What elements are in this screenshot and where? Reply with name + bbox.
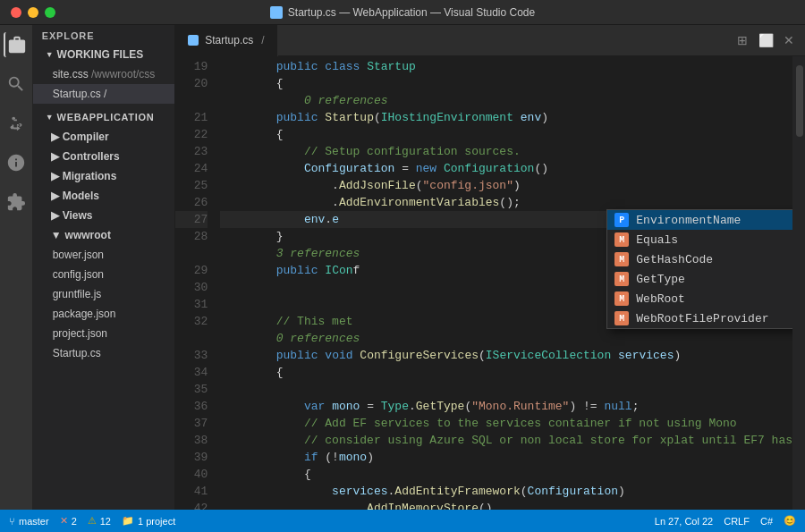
folder-models[interactable]: ▶ Models [33, 186, 175, 206]
folder-views[interactable]: ▶ Views [33, 206, 175, 225]
code-line-36: var mono = Type.GetType("Mono.Runtime") … [220, 398, 792, 415]
project-label: 1 project [138, 516, 175, 527]
working-files-header[interactable]: ▼ WORKING FILES [33, 45, 175, 64]
autocomplete-item-webroot[interactable]: M WebRoot [607, 289, 792, 308]
ac-label: GetHashCode [636, 251, 792, 268]
folder-label: Models [63, 190, 99, 202]
arrow-icon: ▼ [46, 50, 54, 59]
sidebar-item-package[interactable]: package.json [33, 304, 175, 324]
status-project[interactable]: 📁 1 project [122, 515, 175, 527]
status-errors[interactable]: ✕ 2 [60, 515, 77, 527]
code-line-23: // Setup configuration sources. [220, 143, 792, 160]
arrow-icon: ▼ [46, 113, 54, 122]
sidebar-item-site-css[interactable]: site.css /wwwroot/css [33, 64, 175, 84]
feedback-icon: 😊 [784, 515, 796, 527]
editor-area: Startup.cs / ⊞ ⬜ ✕ 19 20 21 22 23 24 25 … [175, 25, 805, 510]
file-label: project.json [53, 327, 107, 340]
status-git[interactable]: ⑂ master [9, 516, 49, 527]
extensions-activity-icon[interactable] [4, 190, 29, 215]
code-line-ref1: 0 references [220, 92, 792, 109]
autocomplete-item-gethashcode[interactable]: M GetHashCode [607, 249, 792, 269]
maximize-button[interactable] [45, 7, 55, 18]
arrow-icon: ▶ [51, 131, 59, 143]
traffic-lights [11, 7, 55, 18]
webapplication-header[interactable]: ▼ WEBAPPLICATION [33, 107, 175, 127]
cursor-position: Ln 27, Col 22 [655, 516, 713, 527]
folder-migrations[interactable]: ▶ Migrations [33, 166, 175, 186]
autocomplete-item-environmentname[interactable]: P EnvironmentName EnvironmentName [607, 210, 792, 230]
status-smiley[interactable]: 😊 [784, 515, 796, 527]
folder-compiler[interactable]: ▶ Compiler [33, 127, 175, 147]
sidebar-header[interactable]: EXPLORE [33, 25, 175, 45]
editor-tab-startup[interactable]: Startup.cs / [175, 25, 277, 56]
arrow-icon: ▶ [51, 150, 59, 163]
status-bar: ⑂ master ✕ 2 ⚠ 12 📁 1 project Ln 27, Col… [0, 510, 805, 532]
close-tab-button[interactable]: ✕ [780, 31, 798, 49]
git-activity-icon[interactable] [4, 111, 29, 136]
ac-label: Equals [636, 232, 792, 249]
status-encoding[interactable]: CRLF [724, 515, 750, 527]
sidebar-item-gruntfile[interactable]: gruntfile.js [33, 284, 175, 304]
file-icon [270, 6, 283, 19]
sidebar-item-project[interactable]: project.json [33, 324, 175, 343]
open-side-button[interactable]: ⬜ [757, 31, 775, 49]
language-label: C# [760, 516, 773, 527]
warning-icon: ⚠ [88, 515, 97, 527]
activity-bar [0, 25, 33, 510]
scrollbar[interactable] [792, 56, 805, 510]
tab-path: / [261, 34, 264, 46]
folder-label: Compiler [63, 131, 109, 143]
arrow-icon: ▶ [51, 190, 59, 202]
code-line-42: .AddInMemoryStore() [220, 500, 792, 510]
folder-label: Views [63, 209, 93, 222]
code-editor[interactable]: public class Startup { 0 references publ… [215, 56, 792, 510]
minimize-button[interactable] [28, 7, 38, 18]
scroll-thumb[interactable] [796, 65, 803, 137]
folder-controllers[interactable]: ▶ Controllers [33, 147, 175, 166]
file-label: Startup.cs [53, 347, 101, 359]
code-container: 19 20 21 22 23 24 25 26 27 28 29 30 31 3… [175, 56, 805, 510]
search-activity-icon[interactable] [4, 72, 29, 97]
sidebar-item-config[interactable]: config.json [33, 265, 175, 284]
autocomplete-item-equals[interactable]: M Equals [607, 230, 792, 249]
close-button[interactable] [11, 7, 21, 18]
split-editor-button[interactable]: ⊞ [733, 31, 751, 49]
debug-activity-icon[interactable] [4, 150, 29, 175]
arrow-icon: ▶ [51, 170, 59, 182]
sidebar: EXPLORE ▼ WORKING FILES site.css /wwwroo… [33, 25, 176, 510]
autocomplete-item-gettype[interactable]: M GetType [607, 269, 792, 289]
tab-file-icon [188, 35, 199, 46]
code-line-34: { [220, 364, 792, 381]
main-layout: EXPLORE ▼ WORKING FILES site.css /wwwroo… [0, 25, 805, 510]
project-icon: 📁 [122, 515, 134, 527]
sidebar-item-bower[interactable]: bower.json [33, 245, 175, 265]
file-label: bower.json [53, 249, 104, 261]
autocomplete-item-webrootfileprovider[interactable]: M WebRootFileProvider [607, 308, 792, 328]
ac-prop-icon: P [614, 213, 629, 227]
ac-label: WebRoot [636, 291, 792, 308]
status-warnings[interactable]: ⚠ 12 [88, 515, 111, 527]
status-position[interactable]: Ln 27, Col 22 [655, 515, 713, 527]
encoding-label: CRLF [724, 516, 750, 527]
title-text: Startup.cs — WebApplication — Visual Stu… [288, 6, 535, 19]
code-line-25: .AddJsonFile("config.json") [220, 177, 792, 194]
code-line-21: public Startup(IHostingEnvironment env) [220, 109, 792, 126]
folder-label: Migrations [63, 170, 117, 182]
explorer-activity-icon[interactable] [4, 32, 29, 57]
status-language[interactable]: C# [760, 515, 773, 527]
arrow-icon: ▼ [51, 229, 62, 241]
webapplication-label: WEBAPPLICATION [57, 112, 155, 122]
sidebar-item-startup[interactable]: Startup.cs [33, 343, 175, 363]
line-numbers: 19 20 21 22 23 24 25 26 27 28 29 30 31 3… [175, 56, 215, 510]
folder-label: Controllers [63, 150, 120, 163]
code-line-40: { [220, 466, 792, 483]
code-line-19: public class Startup [220, 58, 792, 75]
sidebar-item-startup-cs-working[interactable]: Startup.cs / [33, 84, 175, 104]
folder-wwwroot[interactable]: ▼ wwwroot [33, 225, 175, 245]
autocomplete-dropdown: P EnvironmentName EnvironmentName M Equa… [606, 209, 792, 329]
code-line-37: // Add EF services to the services conta… [220, 415, 792, 432]
git-icon: ⑂ [9, 516, 15, 527]
ac-label: GetType [636, 271, 792, 288]
file-label: package.json [53, 308, 116, 320]
code-line-22: { [220, 126, 792, 143]
